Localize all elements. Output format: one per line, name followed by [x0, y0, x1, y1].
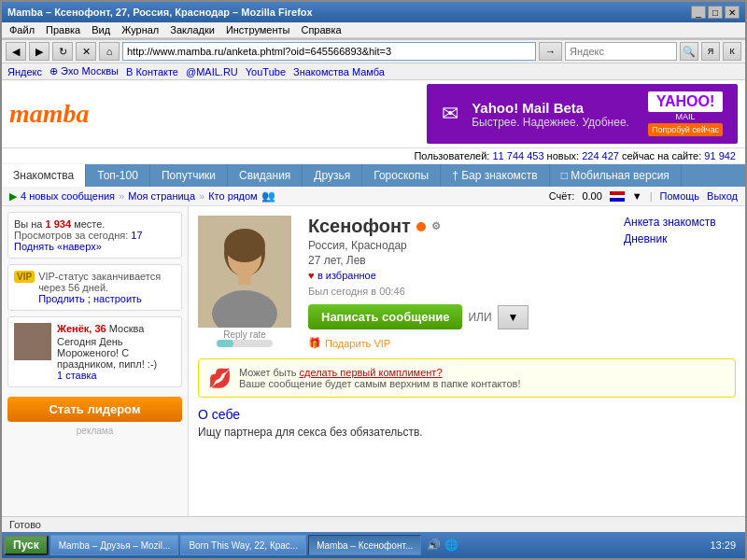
compliment-text: Может быть — [239, 367, 296, 378]
flag-icon — [610, 191, 625, 202]
extra-button[interactable]: К — [723, 42, 741, 61]
tray-icon-2: 🌐 — [444, 539, 458, 552]
profile-name-row: Ксенофонт ⚙ — [308, 216, 613, 237]
yandex-button[interactable]: Я — [701, 42, 720, 61]
gift-vip-link[interactable]: 🎁 Подарить VIP — [308, 337, 613, 349]
menu-bookmarks[interactable]: Закладки — [166, 24, 218, 35]
bookmark-echo[interactable]: ⊕ Эхо Москвы — [49, 65, 119, 77]
nearby-icon: 👥 — [261, 189, 275, 203]
rank-number-link[interactable]: 1 934 — [46, 218, 72, 230]
bookmarks-bar: Яндекс ⊕ Эхо Москвы В Контакте @MAIL.RU … — [2, 63, 745, 80]
vip-info: VIP-статус заканчивается через 56 дней. … — [38, 271, 176, 304]
address-input[interactable] — [122, 42, 536, 61]
user-name-link[interactable]: Женёк, 36 — [57, 323, 109, 334]
write-message-button[interactable]: Написать сообщение — [308, 304, 462, 329]
users-count-link[interactable]: 11 744 453 — [492, 150, 543, 161]
new-count-link[interactable]: 224 427 — [582, 150, 619, 161]
views-count-link[interactable]: 17 — [131, 230, 142, 241]
yahoo-cta-button[interactable]: Попробуй сейчас — [648, 123, 723, 136]
anketa-link[interactable]: Анкета знакомств — [624, 216, 736, 229]
start-button[interactable]: Пуск — [4, 535, 49, 555]
tab-mobile[interactable]: □ Мобильная версия — [550, 164, 682, 187]
user-message-block: Женёк, 36 Москва Сегодня День Мороженого… — [7, 316, 182, 387]
menu-tools[interactable]: Инструменты — [222, 24, 294, 35]
tab-druzya[interactable]: Друзья — [303, 164, 362, 187]
close-button[interactable]: ✕ — [725, 6, 740, 19]
menu-history[interactable]: Журнал — [118, 24, 162, 35]
stats-bar: Пользователей: 11 744 453 новых: 224 427… — [2, 148, 745, 164]
profile-photo[interactable] — [198, 216, 291, 328]
home-button[interactable]: ⌂ — [99, 42, 120, 61]
stop-button[interactable]: ✕ — [76, 42, 96, 61]
rank-block: Вы на 1 934 месте. Просмотров за сегодня… — [7, 212, 182, 259]
bookmark-vk[interactable]: В Контакте — [126, 66, 178, 77]
vip-configure-link[interactable]: настроить — [93, 293, 142, 304]
tab-goroskopy[interactable]: Гороскопы — [362, 164, 441, 187]
new-messages-link[interactable]: 4 новых сообщения — [21, 190, 115, 202]
taskbar-item-0[interactable]: Mamba – Друзья – Mozil... — [50, 535, 179, 555]
vip-extend-link[interactable]: Продлить — [38, 293, 85, 304]
taskbar-item-2[interactable]: Mamba – Ксенофонт... — [308, 535, 421, 555]
profile-photo-svg — [198, 216, 291, 328]
search-button[interactable]: 🔍 — [680, 42, 698, 61]
new-label: новых: — [547, 150, 580, 161]
actions-dropdown[interactable]: ▼ — [498, 305, 529, 329]
menu-view[interactable]: Вид — [88, 24, 114, 35]
back-button[interactable]: ◀ — [6, 42, 26, 61]
compliment-link[interactable]: сделать первый комплимент? — [300, 367, 443, 378]
minimize-button[interactable]: _ — [691, 6, 706, 19]
vip-text: VIP-статус заканчивается через 56 дней. — [38, 271, 176, 293]
user-message-text: Женёк, 36 Москва Сегодня День Мороженого… — [57, 323, 176, 381]
lips-icon: 💋 — [208, 367, 232, 389]
tab-bar[interactable]: † Бар знакомств — [441, 164, 550, 187]
bets-link[interactable]: 1 ставка — [57, 370, 176, 381]
rate-fill — [217, 340, 233, 347]
menu-help[interactable]: Справка — [297, 24, 345, 35]
nearby-link[interactable]: Кто рядом — [208, 190, 258, 202]
breadcrumb-bar: ▶ 4 новых сообщения » Моя страница » Кто… — [2, 187, 745, 206]
heart-icon: ♥ — [308, 270, 315, 281]
menu-file[interactable]: Файл — [6, 24, 38, 35]
tab-znakomstva[interactable]: Знакомства — [2, 164, 86, 187]
options-icon[interactable]: ⚙ — [431, 220, 441, 232]
leader-button[interactable]: Стать лидером — [7, 397, 182, 422]
help-link[interactable]: Помощь — [660, 190, 700, 202]
tab-top100[interactable]: Топ-100 — [86, 164, 150, 187]
bookmark-mamba[interactable]: Знакомства Мамба — [293, 66, 385, 77]
go-button[interactable]: → — [539, 42, 562, 61]
bookmark-youtube[interactable]: YouTube — [246, 66, 286, 77]
up-link[interactable]: Поднять «наверх» — [14, 241, 176, 252]
bookmark-yandex[interactable]: Яндекс — [7, 66, 42, 77]
yahoo-logo-section: YAHOO! MAIL Попробуй сейчас — [648, 91, 723, 136]
forward-button[interactable]: ▶ — [29, 42, 49, 61]
banner-content: Yahoo! Mail Beta Быстрее. Надежнее. Удоб… — [472, 100, 629, 129]
reload-button[interactable]: ↻ — [52, 42, 73, 61]
tab-svidaniya[interactable]: Свидания — [228, 164, 303, 187]
bookmark-mail[interactable]: @MAIL.RU — [186, 66, 238, 77]
menu-edit[interactable]: Правка — [42, 24, 84, 35]
vip-block: VIP VIP-статус заканчивается через 56 дн… — [7, 264, 182, 311]
user-avatar[interactable] — [14, 323, 51, 360]
compliment-content: Может быть сделать первый комплимент? Ва… — [239, 367, 520, 389]
fav-link[interactable]: в избранное — [317, 270, 376, 281]
maximize-button[interactable]: □ — [708, 6, 723, 19]
flag-dropdown[interactable]: ▼ — [632, 190, 642, 202]
diary-link[interactable]: Дневник — [624, 232, 736, 245]
rate-bar — [217, 340, 273, 347]
search-input[interactable] — [565, 42, 677, 61]
yahoo-mail-sub: MAIL — [648, 112, 723, 121]
my-page-link[interactable]: Моя страница — [128, 190, 195, 202]
logout-link[interactable]: Выход — [707, 190, 738, 202]
banner-title: Yahoo! Mail Beta — [472, 100, 629, 116]
compliment-sub: Ваше сообщение будет самым верхним в пап… — [239, 378, 520, 389]
window-controls: _ □ ✕ — [691, 6, 740, 19]
sep3: | — [650, 190, 653, 202]
about-text: Ищу партнера для секса без обязательств. — [198, 426, 736, 439]
online-count-link[interactable]: 91 942 — [704, 150, 736, 161]
breadcrumb-left: ▶ 4 новых сообщения » Моя страница » Кто… — [9, 189, 275, 203]
taskbar-item-1[interactable]: Born This Way, 22, Крас... — [180, 535, 306, 555]
yahoo-banner[interactable]: ✉ Yahoo! Mail Beta Быстрее. Надежнее. Уд… — [427, 84, 738, 144]
profile-name-text: Ксенофонт — [308, 216, 411, 237]
site-header: mamba ✉ Yahoo! Mail Beta Быстрее. Надежн… — [2, 80, 745, 148]
tab-poputchiki[interactable]: Попутчики — [150, 164, 228, 187]
